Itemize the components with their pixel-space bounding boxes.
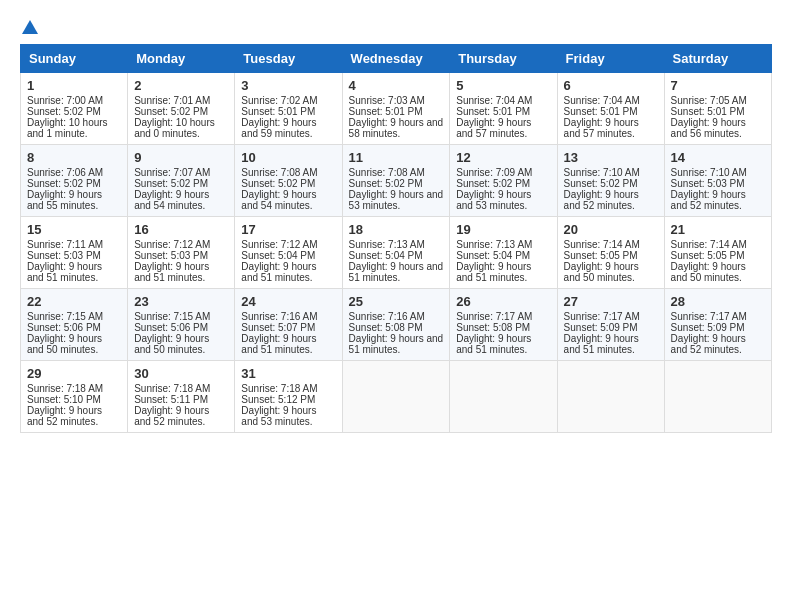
- sunrise: Sunrise: 7:15 AM: [134, 311, 210, 322]
- sunrise: Sunrise: 7:09 AM: [456, 167, 532, 178]
- day-number: 19: [456, 222, 550, 237]
- sunset: Sunset: 5:09 PM: [671, 322, 745, 333]
- daylight: Daylight: 9 hours and 51 minutes.: [241, 333, 316, 355]
- sunrise: Sunrise: 7:17 AM: [671, 311, 747, 322]
- calendar-cell: 25Sunrise: 7:16 AMSunset: 5:08 PMDayligh…: [342, 289, 450, 361]
- sunrise: Sunrise: 7:05 AM: [671, 95, 747, 106]
- sunrise: Sunrise: 7:15 AM: [27, 311, 103, 322]
- calendar-cell: 20Sunrise: 7:14 AMSunset: 5:05 PMDayligh…: [557, 217, 664, 289]
- sunset: Sunset: 5:05 PM: [564, 250, 638, 261]
- daylight: Daylight: 9 hours and 52 minutes.: [671, 333, 746, 355]
- sunset: Sunset: 5:12 PM: [241, 394, 315, 405]
- daylight: Daylight: 9 hours and 50 minutes.: [27, 333, 102, 355]
- calendar-cell: 5Sunrise: 7:04 AMSunset: 5:01 PMDaylight…: [450, 73, 557, 145]
- calendar-cell: 29Sunrise: 7:18 AMSunset: 5:10 PMDayligh…: [21, 361, 128, 433]
- day-number: 28: [671, 294, 765, 309]
- day-number: 24: [241, 294, 335, 309]
- daylight: Daylight: 9 hours and 56 minutes.: [671, 117, 746, 139]
- sunrise: Sunrise: 7:04 AM: [456, 95, 532, 106]
- header: [20, 20, 772, 34]
- calendar-cell: 7Sunrise: 7:05 AMSunset: 5:01 PMDaylight…: [664, 73, 771, 145]
- sunrise: Sunrise: 7:02 AM: [241, 95, 317, 106]
- calendar-cell: 14Sunrise: 7:10 AMSunset: 5:03 PMDayligh…: [664, 145, 771, 217]
- day-number: 9: [134, 150, 228, 165]
- daylight: Daylight: 9 hours and 51 minutes.: [349, 261, 444, 283]
- week-row-1: 1Sunrise: 7:00 AMSunset: 5:02 PMDaylight…: [21, 73, 772, 145]
- sunrise: Sunrise: 7:08 AM: [349, 167, 425, 178]
- calendar-cell: 26Sunrise: 7:17 AMSunset: 5:08 PMDayligh…: [450, 289, 557, 361]
- calendar-cell: 12Sunrise: 7:09 AMSunset: 5:02 PMDayligh…: [450, 145, 557, 217]
- sunset: Sunset: 5:05 PM: [671, 250, 745, 261]
- sunrise: Sunrise: 7:07 AM: [134, 167, 210, 178]
- calendar-cell: 10Sunrise: 7:08 AMSunset: 5:02 PMDayligh…: [235, 145, 342, 217]
- daylight: Daylight: 9 hours and 51 minutes.: [27, 261, 102, 283]
- sunset: Sunset: 5:03 PM: [134, 250, 208, 261]
- day-number: 1: [27, 78, 121, 93]
- calendar-cell: [450, 361, 557, 433]
- sunset: Sunset: 5:04 PM: [349, 250, 423, 261]
- sunset: Sunset: 5:01 PM: [349, 106, 423, 117]
- week-row-3: 15Sunrise: 7:11 AMSunset: 5:03 PMDayligh…: [21, 217, 772, 289]
- calendar-cell: 18Sunrise: 7:13 AMSunset: 5:04 PMDayligh…: [342, 217, 450, 289]
- calendar: SundayMondayTuesdayWednesdayThursdayFrid…: [20, 44, 772, 433]
- calendar-cell: 21Sunrise: 7:14 AMSunset: 5:05 PMDayligh…: [664, 217, 771, 289]
- calendar-cell: 8Sunrise: 7:06 AMSunset: 5:02 PMDaylight…: [21, 145, 128, 217]
- sunset: Sunset: 5:01 PM: [564, 106, 638, 117]
- daylight: Daylight: 10 hours and 1 minute.: [27, 117, 108, 139]
- day-number: 21: [671, 222, 765, 237]
- daylight: Daylight: 9 hours and 51 minutes.: [241, 261, 316, 283]
- daylight: Daylight: 9 hours and 52 minutes.: [27, 405, 102, 427]
- calendar-cell: 23Sunrise: 7:15 AMSunset: 5:06 PMDayligh…: [128, 289, 235, 361]
- calendar-cell: 24Sunrise: 7:16 AMSunset: 5:07 PMDayligh…: [235, 289, 342, 361]
- sunrise: Sunrise: 7:16 AM: [241, 311, 317, 322]
- sunset: Sunset: 5:04 PM: [241, 250, 315, 261]
- day-number: 29: [27, 366, 121, 381]
- week-row-5: 29Sunrise: 7:18 AMSunset: 5:10 PMDayligh…: [21, 361, 772, 433]
- calendar-cell: 1Sunrise: 7:00 AMSunset: 5:02 PMDaylight…: [21, 73, 128, 145]
- sunrise: Sunrise: 7:00 AM: [27, 95, 103, 106]
- daylight: Daylight: 9 hours and 58 minutes.: [349, 117, 444, 139]
- calendar-cell: 4Sunrise: 7:03 AMSunset: 5:01 PMDaylight…: [342, 73, 450, 145]
- sunset: Sunset: 5:02 PM: [27, 178, 101, 189]
- week-row-2: 8Sunrise: 7:06 AMSunset: 5:02 PMDaylight…: [21, 145, 772, 217]
- col-header-thursday: Thursday: [450, 45, 557, 73]
- calendar-cell: [557, 361, 664, 433]
- day-number: 6: [564, 78, 658, 93]
- calendar-cell: 17Sunrise: 7:12 AMSunset: 5:04 PMDayligh…: [235, 217, 342, 289]
- col-header-monday: Monday: [128, 45, 235, 73]
- col-header-friday: Friday: [557, 45, 664, 73]
- calendar-cell: 16Sunrise: 7:12 AMSunset: 5:03 PMDayligh…: [128, 217, 235, 289]
- sunrise: Sunrise: 7:17 AM: [456, 311, 532, 322]
- sunrise: Sunrise: 7:08 AM: [241, 167, 317, 178]
- calendar-cell: 22Sunrise: 7:15 AMSunset: 5:06 PMDayligh…: [21, 289, 128, 361]
- calendar-cell: 3Sunrise: 7:02 AMSunset: 5:01 PMDaylight…: [235, 73, 342, 145]
- day-number: 8: [27, 150, 121, 165]
- day-number: 15: [27, 222, 121, 237]
- calendar-cell: 11Sunrise: 7:08 AMSunset: 5:02 PMDayligh…: [342, 145, 450, 217]
- sunrise: Sunrise: 7:18 AM: [27, 383, 103, 394]
- daylight: Daylight: 9 hours and 52 minutes.: [134, 405, 209, 427]
- calendar-cell: 13Sunrise: 7:10 AMSunset: 5:02 PMDayligh…: [557, 145, 664, 217]
- sunset: Sunset: 5:08 PM: [349, 322, 423, 333]
- sunrise: Sunrise: 7:16 AM: [349, 311, 425, 322]
- day-number: 14: [671, 150, 765, 165]
- daylight: Daylight: 9 hours and 50 minutes.: [671, 261, 746, 283]
- daylight: Daylight: 9 hours and 50 minutes.: [564, 261, 639, 283]
- day-number: 27: [564, 294, 658, 309]
- day-number: 31: [241, 366, 335, 381]
- day-number: 25: [349, 294, 444, 309]
- day-number: 2: [134, 78, 228, 93]
- day-number: 20: [564, 222, 658, 237]
- day-number: 16: [134, 222, 228, 237]
- sunset: Sunset: 5:02 PM: [27, 106, 101, 117]
- day-number: 26: [456, 294, 550, 309]
- sunrise: Sunrise: 7:12 AM: [134, 239, 210, 250]
- sunrise: Sunrise: 7:18 AM: [134, 383, 210, 394]
- sunset: Sunset: 5:11 PM: [134, 394, 208, 405]
- day-number: 4: [349, 78, 444, 93]
- daylight: Daylight: 9 hours and 51 minutes.: [456, 333, 531, 355]
- daylight: Daylight: 9 hours and 55 minutes.: [27, 189, 102, 211]
- col-header-tuesday: Tuesday: [235, 45, 342, 73]
- sunrise: Sunrise: 7:18 AM: [241, 383, 317, 394]
- sunrise: Sunrise: 7:03 AM: [349, 95, 425, 106]
